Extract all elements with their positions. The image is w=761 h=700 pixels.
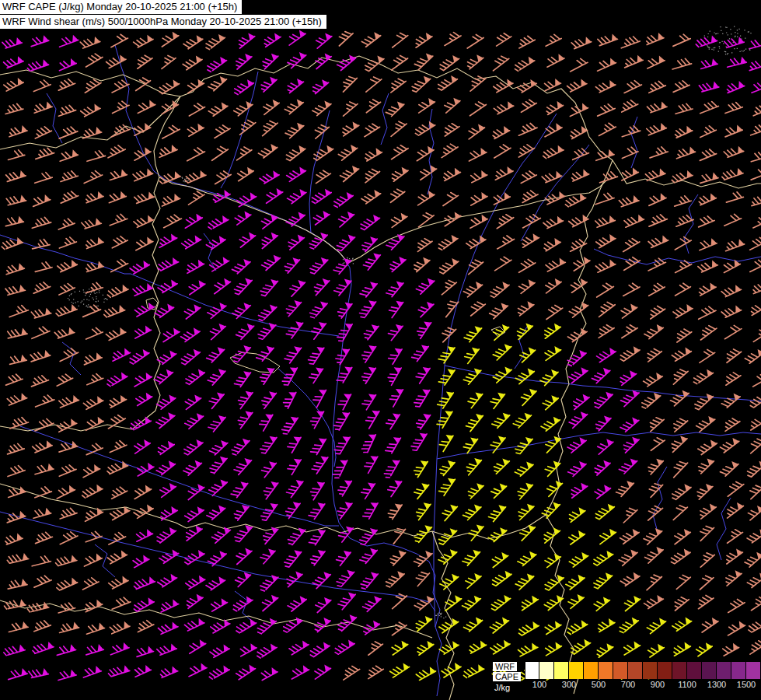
legend-tick-label: 100 <box>532 680 546 689</box>
legend-color-cell <box>584 662 599 679</box>
legend-color-cell <box>554 662 569 679</box>
legend-variable-label: CAPE <box>493 672 521 681</box>
cape-legend: WRF CAPE J/kg 10030050070090011001300150… <box>493 662 761 692</box>
legend-color-cell <box>628 662 643 679</box>
weather-map-screen: WRF CAPE (J/kg) Monday 20-10-2025 21:00 … <box>0 0 761 700</box>
legend-labels-column: WRF CAPE J/kg <box>493 662 521 692</box>
legend-tick-labels: 100300500700900110013001500 <box>525 680 761 690</box>
legend-color-cell <box>658 662 672 679</box>
legend-tick-label: 1100 <box>678 680 696 689</box>
legend-tick-label: 1300 <box>707 680 726 689</box>
weather-map-canvas <box>0 0 761 700</box>
legend-color-cell <box>746 662 761 679</box>
legend-color-cell <box>643 662 658 679</box>
legend-units-label: J/kg <box>493 683 511 692</box>
legend-color-cell <box>717 662 731 679</box>
legend-color-cell <box>569 662 584 679</box>
legend-scale: 100300500700900110013001500 <box>525 662 761 690</box>
title-cape-line: WRF CAPE (J/kg) Monday 20-10-2025 21:00 … <box>0 0 242 14</box>
legend-tick-label: 300 <box>562 680 576 689</box>
legend-color-cell <box>731 662 746 679</box>
legend-color-cell <box>702 662 717 679</box>
legend-tick-label: 700 <box>621 680 635 689</box>
legend-color-cell <box>599 662 613 679</box>
legend-tick-label: 900 <box>651 680 665 689</box>
legend-model-label: WRF <box>493 662 517 671</box>
legend-color-cell <box>687 662 702 679</box>
legend-tick-label: 1500 <box>737 680 756 689</box>
legend-tick-label: 500 <box>592 680 606 689</box>
legend-color-cell <box>539 662 554 679</box>
legend-color-cell <box>525 662 539 679</box>
legend-colorbar <box>525 662 761 679</box>
title-windshear-line: WRF Wind shear (m/s) 500/1000hPa Monday … <box>0 15 326 29</box>
title-block: WRF CAPE (J/kg) Monday 20-10-2025 21:00 … <box>0 0 326 30</box>
legend-color-cell <box>613 662 628 679</box>
legend-color-cell <box>672 662 687 679</box>
